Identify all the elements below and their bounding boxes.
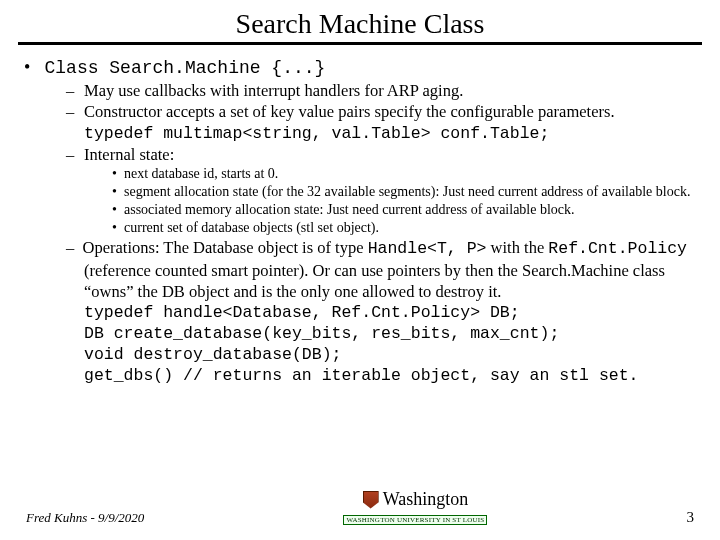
- university-name: Washington: [343, 489, 487, 510]
- handle-type: Handle<T, P>: [368, 239, 487, 258]
- state-2-text: segment allocation state (for the 32 ava…: [124, 184, 690, 199]
- ops-line1b: with the: [486, 238, 548, 257]
- dot-icon: •: [112, 201, 124, 219]
- bullet-dot-icon: •: [24, 55, 40, 79]
- sub-c: –Internal state:: [66, 144, 702, 165]
- ops-line2: (reference counted smart pointer). Or ca…: [66, 260, 702, 302]
- university-subtitle: WASHINGTON UNIVERSITY IN ST LOUIS: [343, 515, 487, 525]
- ops-code3: void destroy_database(DB);: [66, 344, 702, 365]
- class-decl: Class Search.Machine {...}: [45, 58, 326, 78]
- ops-code4: get_dbs() // returns an iterable object,…: [66, 365, 702, 386]
- typedef-conf: typedef multimap<string, val.Table> conf…: [84, 123, 702, 144]
- dash-icon: –: [66, 144, 84, 165]
- sub-a-text: May use callbacks with interrupt handler…: [84, 81, 463, 100]
- dot-icon: •: [112, 219, 124, 237]
- sub-a: –May use callbacks with interrupt handle…: [66, 80, 702, 101]
- state-1: •next database id, starts at 0.: [112, 165, 702, 183]
- footer-affiliation: Washington WASHINGTON UNIVERSITY IN ST L…: [343, 489, 487, 526]
- dot-icon: •: [112, 165, 124, 183]
- sub-b: –Constructor accepts a set of key value …: [66, 101, 702, 122]
- state-2: •segment allocation state (for the 32 av…: [112, 183, 702, 201]
- ops-code1: typedef handle<Database, Ref.Cnt.Policy>…: [66, 302, 702, 323]
- state-1-text: next database id, starts at 0.: [124, 166, 278, 181]
- state-4: •current set of database objects (stl se…: [112, 219, 702, 237]
- footer: Fred Kuhns - 9/9/2020 Washington WASHING…: [0, 489, 720, 526]
- operations-block: – Operations: The Database object is of …: [66, 237, 702, 386]
- shield-icon: [363, 491, 379, 509]
- university-text: Washington: [383, 489, 469, 510]
- dash-icon: –: [66, 80, 84, 101]
- state-3: •associated memory allocation state: Jus…: [112, 201, 702, 219]
- state-3-text: associated memory allocation state: Just…: [124, 202, 575, 217]
- title-rule: [18, 42, 702, 45]
- dot-icon: •: [112, 183, 124, 201]
- ops-code2: DB create_database(key_bits, res_bits, m…: [66, 323, 702, 344]
- state-4-text: current set of database objects (stl set…: [124, 220, 379, 235]
- dash-icon: –: [66, 238, 74, 257]
- sub-c-text: Internal state:: [84, 145, 174, 164]
- slide-title: Search Machine Class: [18, 8, 702, 40]
- footer-author-date: Fred Kuhns - 9/9/2020: [26, 510, 144, 526]
- dash-icon: –: [66, 101, 84, 122]
- slide: Search Machine Class • Class Search.Mach…: [0, 0, 720, 540]
- refcnt-policy: Ref.Cnt.Policy: [548, 239, 687, 258]
- bullet-level1: • Class Search.Machine {...}: [24, 55, 702, 80]
- ops-line1a: Operations: The Database object is of ty…: [83, 238, 368, 257]
- page-number: 3: [687, 509, 695, 526]
- ops-line1: – Operations: The Database object is of …: [66, 237, 702, 259]
- sub-b-text: Constructor accepts a set of key value p…: [84, 102, 615, 121]
